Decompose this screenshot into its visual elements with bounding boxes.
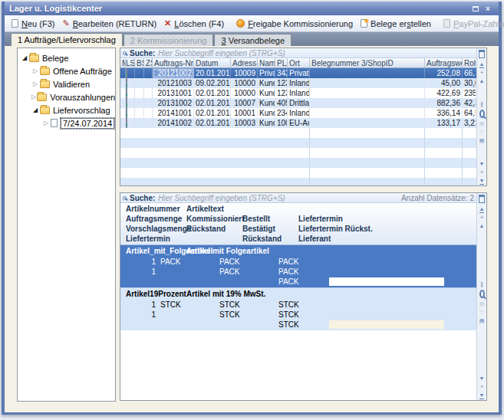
lieferant-input[interactable]: [329, 320, 444, 329]
unit-value: STCK: [160, 300, 181, 309]
copy-icon[interactable]: ▤: [479, 317, 485, 325]
article-group-folgeartikel[interactable]: Artikel_mit_Folgeartikel Artikel mit Fol…: [120, 244, 476, 287]
collapsed-arrow-icon[interactable]: ▷: [31, 67, 39, 74]
scroll-down-icon[interactable]: ▼: [479, 374, 485, 382]
scroll-down-icon[interactable]: ▼: [479, 159, 485, 168]
delivery-note-icon: [126, 68, 127, 78]
order-row[interactable]: 20131002 02.01.2013 10007 Kunde 4052 Dri…: [120, 98, 476, 108]
column-header[interactable]: Name: [258, 58, 275, 67]
orders-search-bar[interactable]: Suche: Hier Suchbegriff eingeben (STRG+S…: [120, 48, 476, 58]
column-header[interactable]: PLZ: [275, 58, 288, 67]
column-header[interactable]: LS: [126, 58, 135, 67]
search-placeholder: Hier Suchbegriff eingeben (STRG+S): [158, 194, 398, 202]
column-header[interactable]: BS: [135, 58, 144, 67]
tree-item-vorauszahlungen[interactable]: ▷ Vorauszahlungen: [18, 90, 115, 103]
scroll-plus-icon[interactable]: +: [480, 213, 483, 221]
tree-item-liefervorschlag[interactable]: ◢ Liefervorschlag: [18, 103, 115, 116]
close-button[interactable]: ×: [482, 4, 494, 14]
article-search-bar[interactable]: Suche: Hier Suchbegriff eingeben (STRG+S…: [120, 193, 476, 203]
toolbar: Neu (F3) ✎ Bearbeiten (RETURN) ✕ Löschen…: [5, 15, 499, 32]
scroll-plus-icon[interactable]: +: [480, 68, 483, 77]
edit-icon: ✎: [62, 19, 69, 28]
field-label: Kommissioniert: [186, 215, 245, 223]
unit-value: PACK: [219, 258, 240, 266]
filter-icon: ▽: [479, 308, 483, 317]
filter-icon: ▽: [479, 128, 483, 136]
pause-icon[interactable]: ∥: [480, 280, 483, 288]
scroll-last-icon[interactable]: ▼: [479, 176, 485, 185]
field-label: Rückstand: [186, 225, 226, 233]
order-row[interactable]: 20141002 02.01.2014 10003 Kunde 1004 EU-…: [120, 118, 476, 128]
delete-button[interactable]: ✕ Löschen (F4): [160, 18, 228, 30]
pause-icon[interactable]: ∥: [480, 100, 483, 108]
delivery-note-icon: [126, 88, 127, 98]
lieferant-input[interactable]: [329, 277, 444, 286]
unit-value: PACK: [219, 267, 240, 276]
order-row[interactable]: 20141001 02.01.2014 10001 Kunde 2345 Inl…: [120, 108, 476, 118]
collapsed-arrow-icon[interactable]: ▷: [31, 94, 36, 100]
column-header[interactable]: Roher: [463, 58, 476, 67]
create-documents-button[interactable]: ✱ Belege erstellen: [357, 18, 435, 30]
search-icon: [123, 51, 127, 55]
delivery-note-icon: [126, 118, 127, 128]
scroll-up-icon[interactable]: ▲: [479, 77, 485, 85]
column-header[interactable]: Adress-Nr.: [231, 58, 258, 67]
column-header[interactable]: ZS: [144, 58, 153, 67]
app-window: Lager u. Logistikcenter × Neu (F3) ✎ Bea…: [2, 2, 502, 415]
field-label: Bestellt: [242, 215, 270, 223]
column-header[interactable]: M: [120, 58, 126, 67]
scroll-last-icon[interactable]: ▼: [479, 391, 485, 399]
new-button[interactable]: Neu (F3): [8, 18, 58, 30]
window-title: Lager u. Logistikcenter: [9, 4, 469, 13]
edit-button[interactable]: ✎ Bearbeiten (RETURN): [58, 18, 160, 30]
article-group-19prozent[interactable]: Artikel19Prozent Artikel mit 19% MwSt. 1…: [120, 287, 476, 330]
expanded-arrow-icon[interactable]: ◢: [21, 54, 28, 61]
scroll-plus-icon[interactable]: +: [480, 168, 483, 176]
scroll-first-icon[interactable]: ▲: [479, 205, 485, 213]
orders-grid-side-strip: ▲ + ▲ ∥ ▤ ▽ ▤ ▼ + ▼: [476, 48, 486, 185]
unit-value: STCK: [278, 320, 299, 329]
expanded-arrow-icon[interactable]: ◢: [31, 107, 39, 113]
column-header[interactable]: Auftrags-Nr.: [153, 58, 194, 67]
release-picking-button[interactable]: Freigabe Kommissionierung: [232, 18, 357, 30]
article-number: Artikel19Prozent: [126, 290, 186, 298]
paypal-request-button: PayPal-Zahlung anfordern: [440, 18, 504, 30]
column-chooser-icon[interactable]: [479, 195, 485, 203]
document-tree: ◢ Belege ▷ Offene Aufträge ▷ Validieren …: [17, 48, 116, 402]
tree-item-liefervorschlag-datum[interactable]: ▷ 7/24.07.2014: [18, 116, 115, 130]
collapsed-arrow-icon[interactable]: ▷: [42, 120, 50, 126]
column-chooser-icon[interactable]: [479, 50, 485, 58]
field-label: Bestätigt: [242, 225, 275, 233]
scroll-up-icon[interactable]: ▲: [479, 221, 485, 230]
tree-item-validieren[interactable]: ▷ Validieren: [18, 77, 115, 90]
field-label: Lieferant: [298, 235, 331, 243]
copy-icon[interactable]: ▤: [479, 136, 485, 145]
order-row[interactable]: 20121003 09.02.2012 10000 Kunde 1234 Inl…: [120, 78, 476, 88]
search-placeholder: Hier Suchbegriff eingeben (STRG+S): [158, 49, 474, 57]
scroll-first-icon[interactable]: ▲: [479, 60, 485, 68]
new-document-icon: [12, 19, 18, 28]
folder-icon: [40, 80, 50, 88]
order-row[interactable]: 20131001 02.01.2013 10000 Kunde 1234 Inl…: [120, 88, 476, 98]
scroll-plus-icon[interactable]: +: [480, 382, 483, 391]
search-label: Suche:: [130, 194, 155, 202]
zoom-icon[interactable]: [479, 290, 485, 298]
restore-button[interactable]: [469, 4, 482, 14]
tree-item-belege[interactable]: ◢ Belege: [18, 51, 115, 64]
grid-lines-icon: ▤: [479, 300, 485, 308]
unit-value: STCK: [278, 300, 299, 309]
column-header[interactable]: Ort: [288, 58, 310, 67]
field-label-header: Artikelnummer Artikeltext Auftragsmenge …: [120, 203, 476, 244]
field-label: Artikelnummer: [126, 205, 180, 213]
tree-item-offene-auftraege[interactable]: ▷ Offene Aufträge: [18, 64, 115, 77]
tab-auftraege-liefervorschlag[interactable]: 1 Aufträge/Liefervorschlag: [11, 33, 123, 46]
column-header[interactable]: Auftragswert €: [425, 58, 463, 67]
order-row[interactable]: 20121002 20.01.2012 10009 Privat K 3422 …: [120, 68, 476, 78]
titlebar: Lager u. Logistikcenter ×: [5, 2, 499, 15]
column-header[interactable]: Belegnummer 3/ShopID: [310, 58, 425, 67]
collapsed-arrow-icon[interactable]: ▷: [31, 80, 39, 87]
field-label: Liefertermin: [126, 235, 170, 243]
tab-versandbelege[interactable]: 3 Versandbelege: [214, 34, 292, 46]
zoom-icon[interactable]: [479, 110, 485, 118]
column-header[interactable]: Datum: [194, 58, 231, 67]
